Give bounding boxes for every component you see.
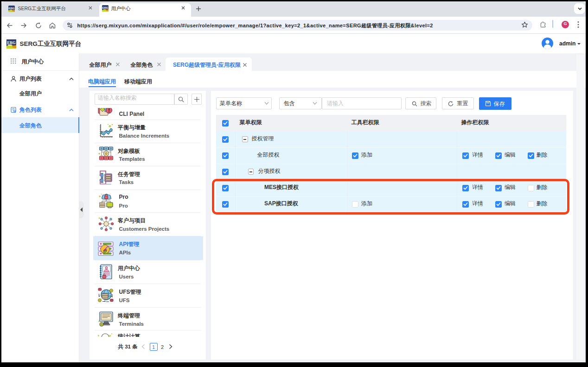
svg-text:ERG: ERG	[8, 7, 14, 10]
svg-text:ERG: ERG	[102, 6, 108, 9]
svg-text:ERG: ERG	[7, 40, 16, 45]
